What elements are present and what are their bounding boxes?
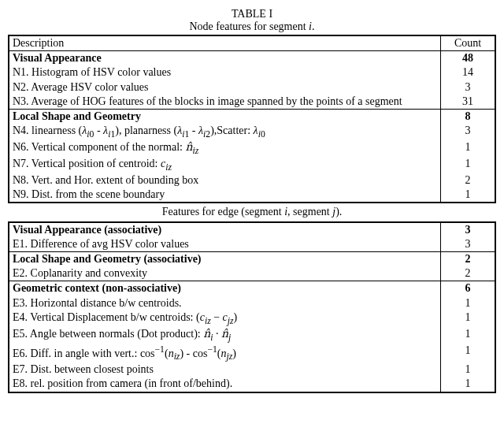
row-desc: N8. Vert. and Hor. extent of bounding bo… [9, 173, 441, 188]
row-count: 1 [441, 327, 496, 344]
table-label: TABLE I [8, 8, 496, 20]
row-desc: E1. Difference of avg HSV color values [9, 237, 441, 252]
group-count: 2 [441, 251, 496, 266]
header-count: Count [441, 35, 496, 51]
row-count: 1 [441, 296, 496, 310]
table-container: TABLE I Node features for segment i. Des… [8, 8, 496, 393]
row-desc: E4. Vertical Displacement b/w centroids:… [9, 310, 441, 327]
row-count: 1 [441, 188, 496, 203]
row-desc: N6. Vertical component of the normal: n̂… [9, 140, 441, 157]
row-desc: N1. Histogram of HSV color values [9, 65, 441, 80]
group-title: Local Shape and Geometry (associative) [9, 251, 441, 266]
row-desc: E7. Dist. between closest points [9, 362, 441, 377]
group-title: Geometric context (non-associative) [9, 281, 441, 296]
group-count: 8 [441, 109, 496, 124]
group-title: Visual Appearance [9, 51, 441, 66]
row-desc: N7. Vertical position of centroid: ciz [9, 157, 441, 173]
row-count: 2 [441, 266, 496, 281]
group-title: Local Shape and Geometry [9, 109, 441, 124]
row-desc: N2. Average HSV color values [9, 80, 441, 95]
node-features-table: Description Count Visual Appearance 48 N… [8, 35, 496, 393]
row-count: 14 [441, 65, 496, 80]
row-desc: E5. Angle between normals (Dot product):… [9, 327, 441, 344]
group-count: 6 [441, 281, 496, 296]
row-count: 2 [441, 173, 496, 188]
row-count: 3 [441, 237, 496, 252]
group-title: Visual Appearance (associative) [9, 222, 441, 237]
row-desc: E2. Coplanarity and convexity [9, 266, 441, 281]
table-caption-2: Features for edge (segment i, segment j)… [9, 203, 495, 221]
row-count: 1 [441, 344, 496, 363]
table-caption-1: Node features for segment i. [8, 20, 496, 33]
row-count: 1 [441, 377, 496, 392]
group-count: 3 [441, 222, 496, 237]
row-count: 1 [441, 140, 496, 157]
row-count: 1 [441, 157, 496, 173]
row-desc: N3. Average of HOG features of the block… [9, 95, 441, 110]
header-description: Description [9, 35, 441, 51]
row-desc: E3. Horizontal distance b/w centroids. [9, 296, 441, 310]
row-count: 31 [441, 95, 496, 110]
group-count: 48 [441, 51, 496, 66]
row-desc: E6. Diff. in angle with vert.: cos−1(niz… [9, 344, 441, 363]
row-desc: N4. linearness (λi0 - λi1), planarness (… [9, 124, 441, 140]
row-count: 3 [441, 80, 496, 95]
row-count: 1 [441, 362, 496, 377]
row-count: 1 [441, 310, 496, 327]
row-count: 3 [441, 124, 496, 140]
row-desc: E8. rel. position from camera (in front … [9, 377, 441, 392]
row-desc: N9. Dist. from the scene boundary [9, 188, 441, 203]
